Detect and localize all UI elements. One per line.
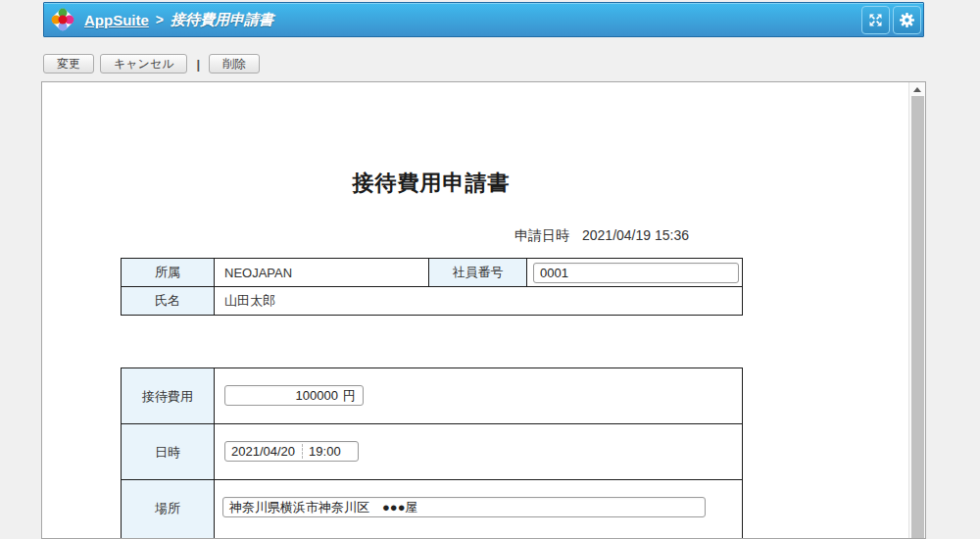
table-row: 氏名 山田太郎 xyxy=(122,287,743,316)
delete-button[interactable]: 削除 xyxy=(209,54,260,74)
fullscreen-button[interactable] xyxy=(861,6,890,34)
time-value: 19:00 xyxy=(302,444,347,459)
employee-no-input[interactable]: 0001 xyxy=(533,263,739,283)
scrollbar-thumb[interactable] xyxy=(911,96,924,539)
place-label: 場所 xyxy=(122,480,215,539)
amount-cell: 100000 円 xyxy=(215,368,743,424)
profile-table: 所属 NEOJAPAN 社員番号 0001 氏名 山田太郎 xyxy=(121,258,743,316)
employee-no-label: 社員番号 xyxy=(429,259,527,287)
vertical-scrollbar[interactable] xyxy=(908,82,925,539)
form-title: 接待費用申請書 xyxy=(121,169,742,198)
amount-value: 100000 xyxy=(296,386,338,405)
header-actions xyxy=(861,6,921,34)
table-row: 日時 2021/04/20 19:00 xyxy=(122,424,743,480)
datetime-input[interactable]: 2021/04/20 19:00 xyxy=(224,441,359,462)
change-button[interactable]: 変更 xyxy=(43,54,94,74)
place-cell: 神奈川県横浜市神奈川区 ●●●屋 xyxy=(215,480,743,539)
applied-datetime: 申請日時2021/04/19 15:36 xyxy=(121,227,742,245)
datetime-cell: 2021/04/20 19:00 xyxy=(215,424,743,480)
table-row: 所属 NEOJAPAN 社員番号 0001 xyxy=(122,259,743,287)
datetime-label: 日時 xyxy=(122,424,215,480)
scroll-up-arrow-icon xyxy=(913,87,921,92)
employee-no-cell: 0001 xyxy=(527,259,743,287)
date-value: 2021/04/20 xyxy=(225,442,302,461)
breadcrumb-page-title: 接待費用申請書 xyxy=(171,11,273,29)
applied-datetime-label: 申請日時 xyxy=(514,227,569,243)
breadcrumb-separator: > xyxy=(156,12,164,27)
document-panel: 接待費用申請書 申請日時2021/04/19 15:36 所属 NEOJAPAN… xyxy=(41,81,926,539)
amount-label: 接待費用 xyxy=(122,368,215,424)
department-value: NEOJAPAN xyxy=(215,259,429,287)
amount-input[interactable]: 100000 円 xyxy=(224,385,364,406)
department-label: 所属 xyxy=(122,259,215,287)
table-row: 場所 神奈川県横浜市神奈川区 ●●●屋 xyxy=(122,480,743,539)
expense-table: 接待費用 100000 円 日時 2021/04/20 19:00 場所 神奈川… xyxy=(121,368,743,539)
scroll-up-button[interactable] xyxy=(909,82,925,96)
settings-button[interactable] xyxy=(893,6,921,34)
appsuite-logo-icon xyxy=(48,5,77,34)
record-toolbar: 変更 キャンセル | 削除 xyxy=(43,53,266,74)
expand-icon xyxy=(867,12,884,28)
table-row: 接待費用 100000 円 xyxy=(122,368,743,424)
name-value: 山田太郎 xyxy=(215,287,743,316)
name-label: 氏名 xyxy=(122,287,215,316)
appsuite-home-link[interactable]: AppSuite xyxy=(84,12,149,28)
place-input[interactable]: 神奈川県横浜市神奈川区 ●●●屋 xyxy=(222,497,706,517)
cancel-button[interactable]: キャンセル xyxy=(100,54,187,74)
applied-datetime-value: 2021/04/19 15:36 xyxy=(582,227,689,243)
gear-icon xyxy=(898,11,916,29)
amount-unit: 円 xyxy=(343,386,356,405)
app-header-bar: AppSuite > 接待費用申請書 xyxy=(43,2,924,37)
toolbar-divider: | xyxy=(196,57,200,72)
